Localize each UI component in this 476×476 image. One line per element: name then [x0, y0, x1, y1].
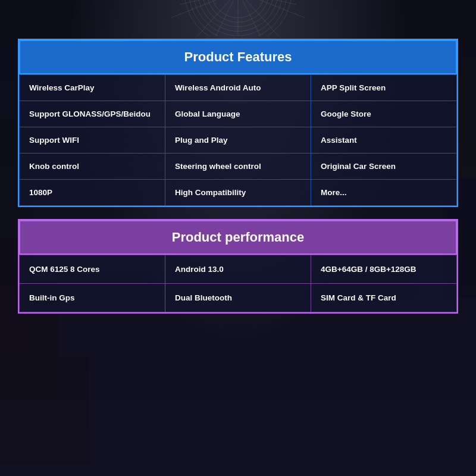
features-cell-1-2: Google Store: [311, 101, 457, 127]
features-cell-0-0: Wireless CarPlay: [20, 75, 165, 101]
perf-cell-1-0: Built-in Gps: [20, 284, 165, 312]
features-section: Product Features Wireless CarPlayWireles…: [18, 39, 458, 207]
features-cell-1-0: Support GLONASS/GPS/Beidou: [20, 101, 165, 127]
features-cell-4-0: 1080P: [20, 180, 165, 206]
features-cell-1-1: Global Language: [165, 101, 311, 127]
perf-cell-0-1: Android 13.0: [165, 255, 311, 284]
features-cell-4-1: High Compatibility: [165, 180, 311, 206]
features-cell-0-1: Wireless Android Auto: [165, 75, 311, 101]
features-cell-2-2: Assistant: [311, 127, 457, 154]
features-cell-2-1: Plug and Play: [165, 127, 311, 154]
performance-table: QCM 6125 8 CoresAndroid 13.04GB+64GB / 8…: [19, 255, 457, 312]
features-cell-4-2: More...: [311, 180, 457, 206]
perf-cell-0-2: 4GB+64GB / 8GB+128GB: [311, 255, 457, 284]
features-cell-2-0: Support WIFI: [20, 127, 165, 154]
perf-cell-1-1: Dual Bluetooth: [165, 284, 311, 312]
features-cell-3-2: Original Car Screen: [311, 154, 457, 180]
features-cell-3-0: Knob control: [20, 154, 165, 180]
performance-header: Product performance: [19, 220, 457, 255]
perf-cell-1-2: SIM Card & TF Card: [311, 284, 457, 312]
performance-section: Product performance QCM 6125 8 CoresAndr…: [18, 219, 458, 314]
features-table: Wireless CarPlayWireless Android AutoAPP…: [19, 74, 457, 206]
features-cell-0-2: APP Split Screen: [311, 75, 457, 101]
features-cell-3-1: Steering wheel control: [165, 154, 311, 180]
perf-cell-0-0: QCM 6125 8 Cores: [20, 255, 165, 284]
features-header: Product Features: [19, 40, 457, 74]
